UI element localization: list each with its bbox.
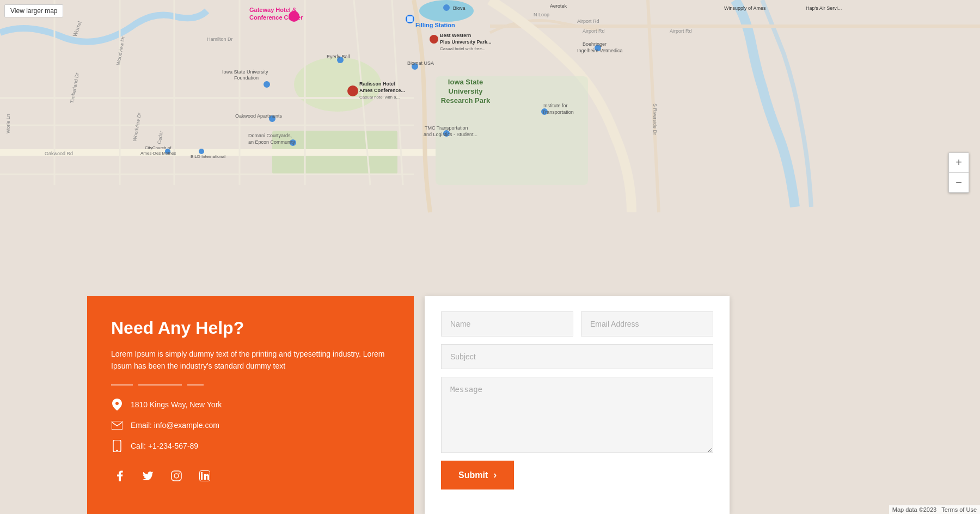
contact-phone-text: Call: +1-234-567-89 (131, 442, 198, 450)
contact-form-panel: Submit › (425, 296, 730, 514)
contact-card-divider (111, 384, 390, 386)
svg-text:Domani Courtyards,: Domani Courtyards, (248, 133, 292, 138)
map-attribution: Map data ©2023 Terms of Use (889, 505, 980, 514)
location-icon (111, 399, 123, 411)
email-input[interactable] (581, 311, 713, 336)
svg-text:Transportation: Transportation (542, 109, 574, 115)
map-zoom-controls: + − (948, 152, 969, 193)
svg-point-53 (347, 85, 358, 96)
contact-info-list: 1810 Kings Way, New York Email: info@exa… (111, 399, 390, 452)
svg-text:Institute for: Institute for (543, 103, 568, 108)
phone-icon (111, 440, 123, 452)
svg-text:TMC Transportation: TMC Transportation (425, 125, 468, 131)
svg-point-87 (201, 472, 203, 474)
divider-line-2 (138, 384, 182, 386)
svg-text:Conference Center: Conference Center (249, 14, 303, 21)
email-icon (111, 419, 123, 431)
svg-text:Radisson Hotel: Radisson Hotel (359, 81, 395, 87)
svg-rect-86 (201, 474, 203, 480)
contact-address-text: 1810 Kings Way, New York (131, 400, 222, 409)
svg-point-46 (264, 81, 270, 88)
zoom-in-button[interactable]: + (949, 153, 969, 173)
svg-text:Oakwood Apartments: Oakwood Apartments (235, 113, 283, 119)
terms-of-use-link[interactable]: Terms of Use (941, 506, 977, 513)
twitter-icon[interactable] (139, 467, 157, 485)
svg-text:CityChurch of: CityChurch of (145, 145, 171, 150)
svg-text:Gateway Hotel &: Gateway Hotel & (249, 7, 297, 13)
svg-text:an Epcon Community: an Epcon Community (248, 139, 296, 145)
svg-text:Airport Rd: Airport Rd (670, 28, 692, 34)
svg-rect-37 (407, 16, 413, 22)
facebook-icon[interactable] (111, 467, 128, 485)
contact-phone-item: Call: +1-234-567-89 (111, 440, 390, 452)
svg-text:Plus University Park...: Plus University Park... (440, 39, 492, 45)
svg-text:Foundation: Foundation (234, 75, 259, 81)
divider-line-3 (187, 384, 204, 386)
svg-text:S Riverside Dr: S Riverside Dr (652, 103, 658, 135)
svg-text:Airport Rd: Airport Rd (583, 28, 605, 34)
contact-card: Need Any Help? Lorem Ipsum is simply dum… (87, 296, 414, 514)
form-name-email-row (441, 311, 713, 336)
zoom-out-button[interactable]: − (949, 173, 969, 192)
svg-text:Research Park: Research Park (441, 96, 491, 105)
contact-card-title: Need Any Help? (111, 318, 390, 338)
svg-text:Best Western: Best Western (440, 33, 471, 38)
svg-text:Casual hotel with free...: Casual hotel with free... (440, 46, 486, 51)
svg-text:University: University (449, 87, 483, 95)
svg-point-29 (443, 4, 450, 11)
svg-text:Biova: Biova (453, 5, 465, 11)
svg-text:Iowa State University: Iowa State University (222, 69, 268, 75)
divider-line-1 (111, 384, 133, 386)
svg-point-84 (179, 473, 180, 474)
name-input[interactable] (441, 311, 573, 336)
svg-rect-81 (116, 450, 118, 451)
svg-text:Eyerly Ball: Eyerly Ball (327, 54, 350, 59)
svg-text:Ames-Des Moines: Ames-Des Moines (140, 151, 176, 156)
svg-text:Aerotek: Aerotek (550, 3, 567, 9)
subject-input[interactable] (441, 344, 713, 369)
svg-text:Biomat USA: Biomat USA (407, 60, 434, 66)
svg-text:Hamilton Dr: Hamilton Dr (207, 36, 233, 42)
svg-text:Iowa State: Iowa State (448, 78, 483, 86)
submit-label: Submit (458, 470, 488, 480)
svg-text:BILD International: BILD International (191, 154, 225, 159)
svg-text:Filling Station: Filling Station (415, 22, 455, 28)
svg-text:Casual hotel with a...: Casual hotel with a... (359, 95, 400, 100)
form-message-row (441, 377, 713, 453)
svg-text:Hap's Air Servi...: Hap's Air Servi... (806, 5, 842, 11)
svg-text:N Loop: N Loop (534, 12, 549, 17)
svg-text:and Logistics - Student...: and Logistics - Student... (424, 132, 477, 137)
form-subject-row (441, 344, 713, 369)
svg-text:Oakwood Rd: Oakwood Rd (45, 151, 73, 156)
svg-text:Winsupply of Ames: Winsupply of Ames (724, 5, 766, 11)
contact-email-item: Email: info@example.com (111, 419, 390, 431)
contact-email-text: Email: info@example.com (131, 421, 219, 430)
message-textarea[interactable] (441, 377, 713, 453)
instagram-icon[interactable] (168, 467, 185, 485)
svg-text:Airport Rd: Airport Rd (577, 19, 599, 24)
svg-point-68 (199, 149, 204, 154)
svg-text:Ingelheim Vetmedica: Ingelheim Vetmedica (577, 48, 623, 53)
svg-rect-79 (112, 421, 122, 430)
svg-text:Boehringer: Boehringer (583, 41, 607, 47)
submit-arrow-icon: › (493, 469, 497, 481)
view-larger-map-link[interactable]: View larger map (4, 4, 63, 17)
svg-point-42 (430, 35, 438, 44)
svg-text:Ames Conference...: Ames Conference... (359, 88, 405, 93)
svg-point-83 (174, 474, 179, 478)
contact-card-description: Lorem Ipsum is simply dummy text of the … (111, 348, 390, 372)
svg-rect-82 (171, 471, 181, 481)
contact-address-item: 1810 Kings Way, New York (111, 399, 390, 411)
svg-text:Worle Ln: Worle Ln (5, 114, 11, 133)
submit-button[interactable]: Submit › (441, 461, 514, 489)
linkedin-icon[interactable] (196, 467, 213, 485)
social-icons (111, 467, 390, 485)
